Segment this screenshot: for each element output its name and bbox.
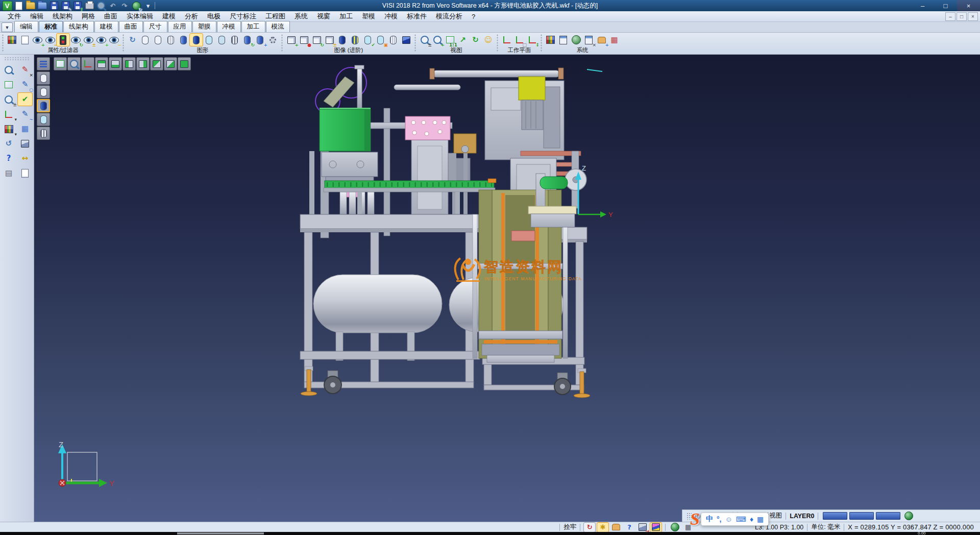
swatch-2[interactable] — [849, 512, 874, 520]
striped-view-icon[interactable] — [349, 34, 361, 46]
menu-item-16[interactable]: 标准件 — [402, 12, 431, 21]
transparent-mode-icon[interactable] — [203, 34, 215, 46]
wcs-axis-icon[interactable]: ▾ — [2, 108, 16, 120]
graphics-settings-icon[interactable] — [266, 34, 279, 46]
hide-entities-icon[interactable]: − — [44, 34, 57, 46]
wireframe-mode-icon[interactable] — [139, 34, 152, 46]
erase-icon[interactable]: ✎× — [18, 63, 32, 76]
attributes-filter-icon[interactable] — [6, 34, 18, 46]
refresh-view-icon[interactable]: ↺ — [2, 137, 16, 150]
zoom-window-icon[interactable] — [54, 57, 67, 70]
window-select-icon[interactable] — [2, 78, 16, 91]
doc-restore-button[interactable]: □ — [957, 12, 967, 21]
shaded-edges-mode-icon[interactable] — [190, 34, 203, 46]
menu-item-1[interactable]: 编辑 — [26, 12, 48, 21]
zoom-extents-icon[interactable]: + — [431, 34, 444, 46]
hidden-line-mode-icon[interactable] — [152, 34, 164, 46]
visibility-filter-icon[interactable] — [57, 34, 69, 46]
tab-加工[interactable]: 加工 — [241, 21, 265, 32]
sketch-spline-icon[interactable]: ✎~ — [18, 108, 32, 120]
toolbar-grip[interactable] — [2, 34, 4, 52]
sketch-circle-icon[interactable]: ✎○ — [18, 78, 32, 91]
copy-graphics-icon[interactable]: + — [254, 34, 266, 46]
menu-item-12[interactable]: 视窗 — [312, 12, 335, 21]
print-icon[interactable] — [84, 1, 94, 11]
viewport-3d[interactable]: 智造资料网 INTELLIGENT MANUFACTURING DATA Z Y — [34, 55, 980, 522]
menu-item-13[interactable]: 加工 — [335, 12, 357, 21]
wireframe-render-icon[interactable] — [37, 71, 50, 85]
hatch-mode-icon[interactable] — [228, 34, 241, 46]
tab-建模[interactable]: 建模 — [94, 21, 118, 32]
menu-item-11[interactable]: 系统 — [290, 12, 312, 21]
transparent-render-icon[interactable] — [37, 113, 50, 126]
export-view-icon[interactable]: → — [637, 523, 648, 532]
grid-window-icon[interactable]: ▦ — [18, 123, 32, 135]
taskbar[interactable]: 0.00 — [0, 532, 980, 535]
view-iso-icon[interactable] — [178, 57, 191, 70]
tab-尺寸[interactable]: 尺寸 — [143, 21, 167, 32]
layer-manager-icon[interactable]: ▾ — [2, 123, 16, 135]
solid-cube-icon[interactable] — [400, 34, 412, 46]
menu-item-8[interactable]: 电极 — [203, 12, 225, 21]
tab-曲面[interactable]: 曲面 — [119, 21, 143, 32]
open-file-icon[interactable] — [26, 1, 36, 11]
menu-item-14[interactable]: 塑模 — [357, 12, 380, 21]
copy-view-icon[interactable] — [18, 167, 32, 180]
import-file-icon[interactable] — [37, 1, 47, 11]
maximize-button[interactable]: □ — [934, 0, 957, 11]
zoom-all-icon[interactable] — [67, 57, 81, 70]
menu-item-5[interactable]: 实体编辑 — [122, 12, 158, 21]
hidden-render-icon[interactable] — [37, 85, 50, 99]
menu-item-9[interactable]: 尺寸标注 — [225, 12, 261, 21]
view-front-icon[interactable] — [150, 57, 163, 70]
swatch-1[interactable] — [823, 512, 847, 520]
ime-lang-toggle[interactable]: 中 — [706, 515, 713, 524]
tab-塑膜[interactable]: 塑膜 — [192, 21, 216, 32]
menu-item-0[interactable]: 文件 — [3, 12, 26, 21]
save-all-icon[interactable]: ↑ — [72, 1, 83, 11]
view-top-icon[interactable] — [95, 57, 108, 70]
qat-more-icon[interactable]: ▾ — [143, 1, 153, 11]
world-icon[interactable] — [902, 510, 915, 522]
table-settings-icon[interactable]: × — [582, 34, 595, 46]
redo-icon[interactable]: ↷ — [119, 1, 130, 11]
workplane-swap-icon[interactable]: ↕ — [526, 34, 538, 46]
workplane-origin-icon[interactable] — [500, 34, 513, 46]
triad-toggle-icon[interactable] — [81, 57, 94, 70]
menu-item-7[interactable]: 分析 — [180, 12, 203, 21]
save-icon[interactable] — [49, 1, 59, 11]
ime-item-1[interactable]: ☺ — [725, 515, 732, 523]
ime-item-3[interactable]: ♦ — [750, 515, 753, 523]
rotate-view-icon[interactable]: ↻ — [469, 34, 482, 46]
menu-item-3[interactable]: 网格 — [77, 12, 100, 21]
menu-item-6[interactable]: 建模 — [158, 12, 180, 21]
view-back-icon[interactable] — [164, 57, 177, 70]
system-settings-icon[interactable] — [570, 34, 582, 46]
ghost-mode-icon[interactable] — [215, 34, 228, 46]
minimize-button[interactable]: – — [911, 0, 934, 11]
zoom-previous-icon[interactable] — [2, 63, 16, 76]
menu-item-15[interactable]: 冲模 — [380, 12, 402, 21]
zoom-dynamic-icon[interactable]: ± — [2, 93, 16, 106]
swatch-3[interactable] — [876, 512, 900, 520]
sogou-logo[interactable]: S — [690, 509, 700, 529]
show-all-icon[interactable]: + — [95, 34, 108, 46]
menu-item-18[interactable]: ? — [467, 13, 480, 20]
menu-item-2[interactable]: 线架构 — [48, 12, 77, 21]
regen-graphics-icon[interactable]: ↻ — [126, 34, 139, 46]
tab-模流[interactable]: 模流 — [266, 21, 290, 32]
invert-visibility-icon[interactable]: ± — [82, 34, 95, 46]
sidebar-drag-handle[interactable] — [4, 57, 30, 60]
shaded-mode-icon[interactable] — [177, 34, 190, 46]
update-shading-icon[interactable]: ↻ — [241, 34, 254, 46]
color-table-icon[interactable] — [544, 34, 557, 46]
close-button[interactable]: × — [957, 0, 980, 11]
dashed-hidden-mode-icon[interactable] — [164, 34, 177, 46]
help-icon[interactable]: ? — [2, 152, 16, 165]
zoom-in-out-icon[interactable]: ± — [418, 34, 431, 46]
perspective-view-icon[interactable]: ☺ — [482, 34, 495, 46]
menu-item-4[interactable]: 曲面 — [100, 12, 122, 21]
confirm-icon[interactable]: ✔ — [18, 93, 32, 106]
tab-编辑[interactable]: 编辑 — [14, 21, 38, 32]
section-view-icon[interactable]: ▣ — [374, 34, 387, 46]
